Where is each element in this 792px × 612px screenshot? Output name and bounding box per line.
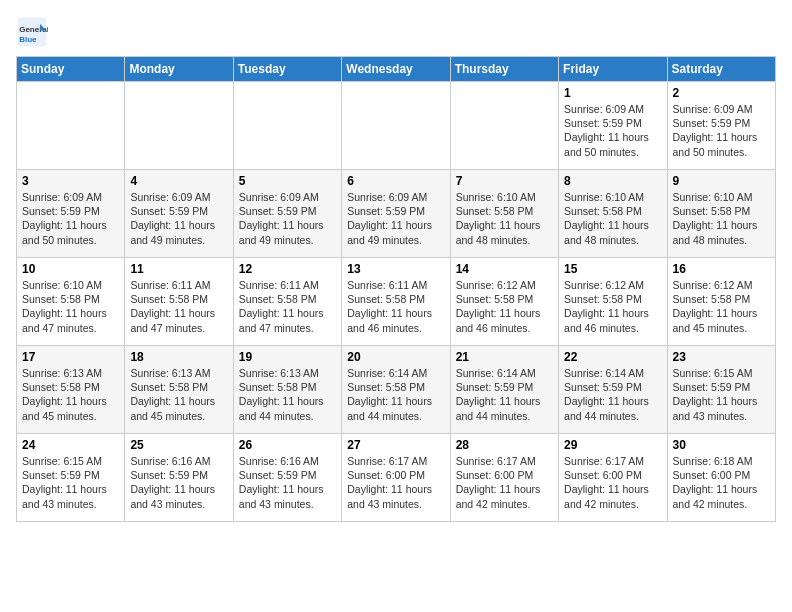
- day-info: Sunrise: 6:11 AM Sunset: 5:58 PM Dayligh…: [347, 278, 444, 335]
- day-info: Sunrise: 6:10 AM Sunset: 5:58 PM Dayligh…: [22, 278, 119, 335]
- day-info: Sunrise: 6:17 AM Sunset: 6:00 PM Dayligh…: [347, 454, 444, 511]
- calendar-cell: 3Sunrise: 6:09 AM Sunset: 5:59 PM Daylig…: [17, 170, 125, 258]
- calendar-cell: 6Sunrise: 6:09 AM Sunset: 5:59 PM Daylig…: [342, 170, 450, 258]
- calendar-cell: 15Sunrise: 6:12 AM Sunset: 5:58 PM Dayli…: [559, 258, 667, 346]
- calendar-cell: 16Sunrise: 6:12 AM Sunset: 5:58 PM Dayli…: [667, 258, 775, 346]
- calendar-week-row: 17Sunrise: 6:13 AM Sunset: 5:58 PM Dayli…: [17, 346, 776, 434]
- weekday-header: Thursday: [450, 57, 558, 82]
- day-info: Sunrise: 6:09 AM Sunset: 5:59 PM Dayligh…: [22, 190, 119, 247]
- calendar-cell: 8Sunrise: 6:10 AM Sunset: 5:58 PM Daylig…: [559, 170, 667, 258]
- day-info: Sunrise: 6:13 AM Sunset: 5:58 PM Dayligh…: [130, 366, 227, 423]
- calendar-cell: 11Sunrise: 6:11 AM Sunset: 5:58 PM Dayli…: [125, 258, 233, 346]
- calendar-cell: 18Sunrise: 6:13 AM Sunset: 5:58 PM Dayli…: [125, 346, 233, 434]
- day-number: 12: [239, 262, 336, 276]
- day-number: 7: [456, 174, 553, 188]
- day-number: 18: [130, 350, 227, 364]
- calendar-cell: 17Sunrise: 6:13 AM Sunset: 5:58 PM Dayli…: [17, 346, 125, 434]
- calendar-cell: 27Sunrise: 6:17 AM Sunset: 6:00 PM Dayli…: [342, 434, 450, 522]
- svg-text:Blue: Blue: [19, 35, 37, 44]
- day-number: 29: [564, 438, 661, 452]
- weekday-header: Wednesday: [342, 57, 450, 82]
- calendar-cell: [233, 82, 341, 170]
- calendar-cell: 25Sunrise: 6:16 AM Sunset: 5:59 PM Dayli…: [125, 434, 233, 522]
- day-number: 30: [673, 438, 770, 452]
- day-info: Sunrise: 6:10 AM Sunset: 5:58 PM Dayligh…: [456, 190, 553, 247]
- day-number: 6: [347, 174, 444, 188]
- day-info: Sunrise: 6:17 AM Sunset: 6:00 PM Dayligh…: [456, 454, 553, 511]
- day-number: 20: [347, 350, 444, 364]
- calendar-cell: 29Sunrise: 6:17 AM Sunset: 6:00 PM Dayli…: [559, 434, 667, 522]
- day-info: Sunrise: 6:12 AM Sunset: 5:58 PM Dayligh…: [564, 278, 661, 335]
- page-header: General Blue: [16, 16, 776, 48]
- calendar-cell: 9Sunrise: 6:10 AM Sunset: 5:58 PM Daylig…: [667, 170, 775, 258]
- calendar: SundayMondayTuesdayWednesdayThursdayFrid…: [16, 56, 776, 522]
- day-number: 14: [456, 262, 553, 276]
- logo-icon: General Blue: [16, 16, 48, 48]
- day-info: Sunrise: 6:14 AM Sunset: 5:59 PM Dayligh…: [564, 366, 661, 423]
- day-number: 2: [673, 86, 770, 100]
- calendar-cell: [17, 82, 125, 170]
- day-number: 26: [239, 438, 336, 452]
- calendar-week-row: 10Sunrise: 6:10 AM Sunset: 5:58 PM Dayli…: [17, 258, 776, 346]
- day-number: 9: [673, 174, 770, 188]
- weekday-header: Monday: [125, 57, 233, 82]
- calendar-cell: 13Sunrise: 6:11 AM Sunset: 5:58 PM Dayli…: [342, 258, 450, 346]
- day-info: Sunrise: 6:15 AM Sunset: 5:59 PM Dayligh…: [22, 454, 119, 511]
- calendar-cell: 7Sunrise: 6:10 AM Sunset: 5:58 PM Daylig…: [450, 170, 558, 258]
- day-info: Sunrise: 6:11 AM Sunset: 5:58 PM Dayligh…: [130, 278, 227, 335]
- day-info: Sunrise: 6:16 AM Sunset: 5:59 PM Dayligh…: [239, 454, 336, 511]
- day-info: Sunrise: 6:09 AM Sunset: 5:59 PM Dayligh…: [673, 102, 770, 159]
- calendar-cell: 1Sunrise: 6:09 AM Sunset: 5:59 PM Daylig…: [559, 82, 667, 170]
- calendar-header-row: SundayMondayTuesdayWednesdayThursdayFrid…: [17, 57, 776, 82]
- day-number: 5: [239, 174, 336, 188]
- weekday-header: Friday: [559, 57, 667, 82]
- calendar-body: 1Sunrise: 6:09 AM Sunset: 5:59 PM Daylig…: [17, 82, 776, 522]
- calendar-cell: 12Sunrise: 6:11 AM Sunset: 5:58 PM Dayli…: [233, 258, 341, 346]
- day-info: Sunrise: 6:11 AM Sunset: 5:58 PM Dayligh…: [239, 278, 336, 335]
- day-info: Sunrise: 6:10 AM Sunset: 5:58 PM Dayligh…: [673, 190, 770, 247]
- day-number: 25: [130, 438, 227, 452]
- day-info: Sunrise: 6:12 AM Sunset: 5:58 PM Dayligh…: [456, 278, 553, 335]
- calendar-week-row: 1Sunrise: 6:09 AM Sunset: 5:59 PM Daylig…: [17, 82, 776, 170]
- day-info: Sunrise: 6:13 AM Sunset: 5:58 PM Dayligh…: [239, 366, 336, 423]
- weekday-header: Sunday: [17, 57, 125, 82]
- day-number: 21: [456, 350, 553, 364]
- day-number: 22: [564, 350, 661, 364]
- day-number: 13: [347, 262, 444, 276]
- day-number: 10: [22, 262, 119, 276]
- calendar-cell: 24Sunrise: 6:15 AM Sunset: 5:59 PM Dayli…: [17, 434, 125, 522]
- calendar-week-row: 24Sunrise: 6:15 AM Sunset: 5:59 PM Dayli…: [17, 434, 776, 522]
- day-number: 17: [22, 350, 119, 364]
- day-number: 8: [564, 174, 661, 188]
- calendar-cell: 19Sunrise: 6:13 AM Sunset: 5:58 PM Dayli…: [233, 346, 341, 434]
- calendar-cell: 10Sunrise: 6:10 AM Sunset: 5:58 PM Dayli…: [17, 258, 125, 346]
- day-number: 3: [22, 174, 119, 188]
- logo: General Blue: [16, 16, 52, 48]
- calendar-cell: 22Sunrise: 6:14 AM Sunset: 5:59 PM Dayli…: [559, 346, 667, 434]
- day-number: 11: [130, 262, 227, 276]
- weekday-header: Tuesday: [233, 57, 341, 82]
- day-info: Sunrise: 6:09 AM Sunset: 5:59 PM Dayligh…: [347, 190, 444, 247]
- calendar-cell: [450, 82, 558, 170]
- day-info: Sunrise: 6:17 AM Sunset: 6:00 PM Dayligh…: [564, 454, 661, 511]
- day-number: 4: [130, 174, 227, 188]
- day-number: 27: [347, 438, 444, 452]
- day-number: 19: [239, 350, 336, 364]
- day-info: Sunrise: 6:14 AM Sunset: 5:59 PM Dayligh…: [456, 366, 553, 423]
- day-info: Sunrise: 6:18 AM Sunset: 6:00 PM Dayligh…: [673, 454, 770, 511]
- calendar-cell: 30Sunrise: 6:18 AM Sunset: 6:00 PM Dayli…: [667, 434, 775, 522]
- calendar-cell: 23Sunrise: 6:15 AM Sunset: 5:59 PM Dayli…: [667, 346, 775, 434]
- day-number: 15: [564, 262, 661, 276]
- calendar-cell: 21Sunrise: 6:14 AM Sunset: 5:59 PM Dayli…: [450, 346, 558, 434]
- calendar-cell: 14Sunrise: 6:12 AM Sunset: 5:58 PM Dayli…: [450, 258, 558, 346]
- calendar-cell: 28Sunrise: 6:17 AM Sunset: 6:00 PM Dayli…: [450, 434, 558, 522]
- calendar-cell: 26Sunrise: 6:16 AM Sunset: 5:59 PM Dayli…: [233, 434, 341, 522]
- day-info: Sunrise: 6:13 AM Sunset: 5:58 PM Dayligh…: [22, 366, 119, 423]
- weekday-header: Saturday: [667, 57, 775, 82]
- calendar-cell: [342, 82, 450, 170]
- day-number: 1: [564, 86, 661, 100]
- day-info: Sunrise: 6:15 AM Sunset: 5:59 PM Dayligh…: [673, 366, 770, 423]
- calendar-cell: 2Sunrise: 6:09 AM Sunset: 5:59 PM Daylig…: [667, 82, 775, 170]
- day-info: Sunrise: 6:12 AM Sunset: 5:58 PM Dayligh…: [673, 278, 770, 335]
- day-number: 28: [456, 438, 553, 452]
